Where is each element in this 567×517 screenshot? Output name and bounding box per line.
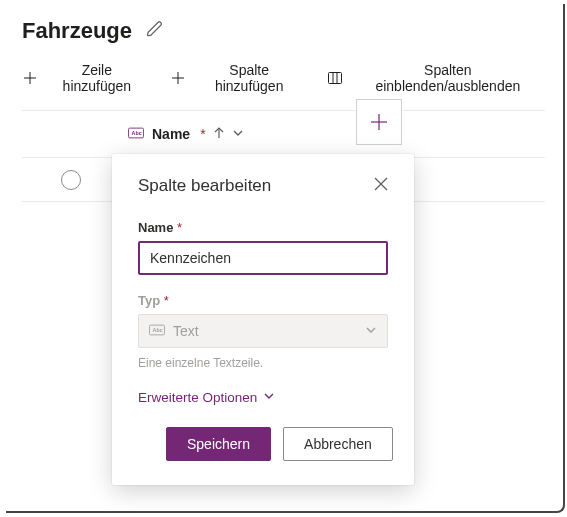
required-star-icon: * <box>200 126 205 142</box>
name-field-label: Name * <box>138 220 388 235</box>
add-row-button[interactable]: Zeile hinzufügen <box>22 62 148 94</box>
edit-column-panel: Spalte bearbeiten Name * Typ * Abc Text … <box>112 154 414 485</box>
type-field-label: Typ * <box>138 293 388 308</box>
type-value-label: Text <box>173 323 199 339</box>
add-row-label: Zeile hinzufügen <box>46 62 148 94</box>
edit-title-icon[interactable] <box>146 20 164 42</box>
toggle-columns-button[interactable]: Spalten einblenden/ausblenden <box>327 62 545 94</box>
required-star-icon: * <box>177 220 182 235</box>
save-button[interactable]: Speichern <box>166 427 271 461</box>
svg-text:Abc: Abc <box>153 327 163 333</box>
plus-icon <box>170 70 186 86</box>
toggle-columns-label: Spalten einblenden/ausblenden <box>351 62 545 94</box>
cancel-button[interactable]: Abbrechen <box>283 427 393 461</box>
required-star-icon: * <box>164 293 169 308</box>
chevron-down-icon[interactable] <box>232 126 244 142</box>
column-name-label: Name <box>152 126 190 142</box>
advanced-options-toggle[interactable]: Erweiterte Optionen <box>138 390 388 405</box>
table-header-row: Abc Name * <box>22 110 545 158</box>
columns-icon <box>327 70 343 86</box>
page-title-row: Fahrzeuge <box>22 18 545 44</box>
add-column-plus-button[interactable] <box>356 99 402 145</box>
type-helper-text: Eine einzelne Textzeile. <box>138 356 388 370</box>
text-field-icon: Abc <box>128 126 144 142</box>
row-select-radio[interactable] <box>61 170 81 190</box>
add-column-button[interactable]: Spalte hinzufügen <box>170 62 305 94</box>
column-header-name[interactable]: Abc Name * <box>120 126 340 142</box>
column-name-input[interactable] <box>138 241 388 275</box>
sort-ascending-icon <box>214 126 224 142</box>
svg-text:Abc: Abc <box>132 130 142 136</box>
panel-title: Spalte bearbeiten <box>138 176 271 196</box>
plus-icon <box>22 70 38 86</box>
column-type-select: Abc Text <box>138 314 388 348</box>
toolbar: Zeile hinzufügen Spalte hinzufügen Spalt… <box>22 62 545 94</box>
svg-rect-4 <box>328 73 341 84</box>
chevron-down-icon <box>263 390 275 405</box>
page-title: Fahrzeuge <box>22 18 132 44</box>
close-icon[interactable] <box>374 177 388 195</box>
chevron-down-icon <box>365 323 377 339</box>
add-column-label: Spalte hinzufügen <box>194 62 305 94</box>
text-field-icon: Abc <box>149 323 165 339</box>
